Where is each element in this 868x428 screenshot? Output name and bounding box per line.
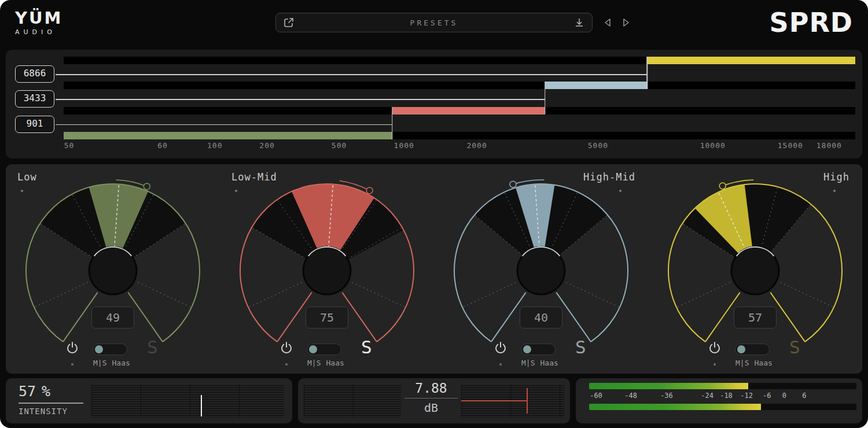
freq-axis-tick: 60	[157, 141, 168, 150]
spread-value[interactable]: 49	[91, 307, 134, 329]
freq-axis-tick: 50	[64, 141, 75, 150]
toggle-labels: M|S Haas	[93, 359, 130, 367]
spread-handle[interactable]	[366, 187, 373, 194]
toggle-knob[interactable]	[737, 345, 745, 353]
crossover-marker[interactable]	[646, 57, 648, 89]
band-track-high-mid	[64, 82, 855, 89]
plugin-window: YÜM AUDIO PRESETS	[0, 0, 868, 428]
width-marker[interactable]	[527, 388, 528, 414]
power-button[interactable]	[708, 341, 721, 355]
power-automation-dot	[499, 363, 502, 366]
spread-gauge[interactable]	[434, 174, 648, 357]
width-slider-left[interactable]	[304, 384, 401, 418]
spread-value[interactable]: 40	[520, 307, 562, 329]
ms-haas-toggle[interactable]	[521, 344, 556, 355]
freq-axis-tick: 5000	[588, 141, 608, 150]
crossover-freq-field[interactable]: 3433	[15, 90, 54, 108]
band-range-low-mid[interactable]	[392, 107, 545, 115]
band-range-high[interactable]	[647, 57, 855, 64]
ms-haas-toggle[interactable]	[93, 344, 127, 355]
meter-fill-left	[589, 383, 748, 389]
toggle-knob[interactable]	[95, 345, 103, 353]
yum-audio-logo: YÜM AUDIO	[15, 10, 62, 36]
spread-gauge[interactable]	[6, 174, 220, 357]
spread-handle[interactable]	[719, 183, 726, 189]
intensity-value[interactable]: 57%	[19, 383, 87, 400]
toggle-knob[interactable]	[309, 345, 317, 353]
intensity-slider-marker[interactable]	[201, 395, 202, 416]
band-strips: 5060100200500100020005000100001500018000	[64, 50, 855, 158]
solo-button[interactable]: S	[575, 337, 586, 357]
gauge-guide-line	[138, 282, 191, 307]
meter-track-right	[589, 404, 856, 410]
power-automation-dot	[285, 363, 288, 366]
power-automation-dot	[71, 363, 73, 366]
width-unit: dB	[401, 401, 461, 415]
band-knob-cell: High-Mid 40 S M|S Haas	[434, 164, 648, 374]
solo-button[interactable]: S	[789, 337, 800, 357]
band-range-low[interactable]	[64, 132, 392, 139]
preset-area: PRESETS	[275, 13, 593, 32]
crossover-marker[interactable]	[545, 82, 546, 114]
spectrum-display: 5060100200500100020005000100001500018000…	[6, 50, 862, 158]
intensity-unit: %	[42, 383, 50, 400]
ms-haas-toggle[interactable]	[307, 344, 341, 355]
crossover-line[interactable]	[56, 74, 647, 75]
save-preset-icon[interactable]	[573, 17, 585, 28]
gauge-guide-line	[781, 282, 833, 307]
spread-handle[interactable]	[144, 183, 150, 190]
prev-preset-button[interactable]	[603, 17, 612, 28]
crossover-line[interactable]	[56, 99, 545, 100]
ms-haas-toggle[interactable]	[735, 344, 770, 355]
meter-scale-label: -36	[660, 392, 673, 400]
solo-button[interactable]: S	[361, 337, 372, 357]
export-preset-icon[interactable]	[283, 17, 295, 28]
spread-gauge[interactable]	[648, 174, 862, 357]
meter-scale-label: -60	[590, 392, 602, 400]
intensity-slider[interactable]	[91, 384, 284, 418]
band-controls: S	[475, 341, 608, 359]
toggle-labels: M|S Haas	[735, 359, 773, 367]
spread-value[interactable]: 57	[734, 307, 777, 329]
presets-bar[interactable]: PRESETS	[275, 13, 593, 32]
sprd-logo: SPRD	[770, 7, 853, 38]
band-controls: S	[260, 341, 393, 359]
crossover-freq-field[interactable]: 901	[15, 116, 54, 133]
width-value[interactable]: 7.88	[404, 381, 458, 399]
width-slider-right[interactable]	[461, 384, 564, 418]
power-button[interactable]	[66, 341, 79, 355]
freq-axis-tick: 500	[332, 141, 347, 150]
spread-value[interactable]: 75	[306, 307, 348, 329]
crossover-line[interactable]	[56, 124, 392, 126]
spread-gauge[interactable]	[220, 174, 434, 357]
band-controls: S	[46, 341, 179, 359]
output-meter-panel: -60-48-36-24-18-12-606	[576, 378, 862, 423]
intensity-divider	[19, 403, 83, 404]
power-button[interactable]	[494, 341, 507, 355]
haas-label: Haas	[540, 359, 558, 367]
meter-scale-label: -12	[740, 392, 753, 400]
band-controls: S	[689, 341, 822, 359]
freq-axis-tick: 18000	[816, 141, 842, 150]
crossover-freq-field[interactable]: 6866	[15, 65, 54, 83]
meter-scale-label: 6	[802, 392, 806, 400]
power-button[interactable]	[280, 341, 293, 355]
spread-handle[interactable]	[510, 181, 516, 187]
header-bar: YÜM AUDIO PRESETS	[0, 0, 868, 45]
power-automation-dot	[713, 363, 716, 366]
footer-bar: 57% INTENSITY 7.88 dB -60-48-36-2	[6, 378, 862, 423]
crossover-marker[interactable]	[392, 107, 393, 139]
width-panel: 7.88 dB	[298, 378, 570, 423]
toggle-knob[interactable]	[523, 345, 531, 353]
solo-button[interactable]: S	[147, 337, 158, 357]
next-preset-button[interactable]	[621, 17, 631, 28]
intensity-readout: 57% INTENSITY	[6, 378, 87, 423]
preset-nav	[603, 17, 631, 28]
presets-label[interactable]: PRESETS	[295, 19, 573, 27]
band-range-high-mid[interactable]	[545, 82, 647, 89]
haas-label: Haas	[326, 359, 344, 367]
intensity-number[interactable]: 57	[19, 383, 36, 400]
band-knob-cell: Low-Mid 75 S M|S Haas	[220, 164, 434, 374]
intensity-label: INTENSITY	[19, 407, 87, 416]
ms-label: M|S	[521, 359, 535, 367]
